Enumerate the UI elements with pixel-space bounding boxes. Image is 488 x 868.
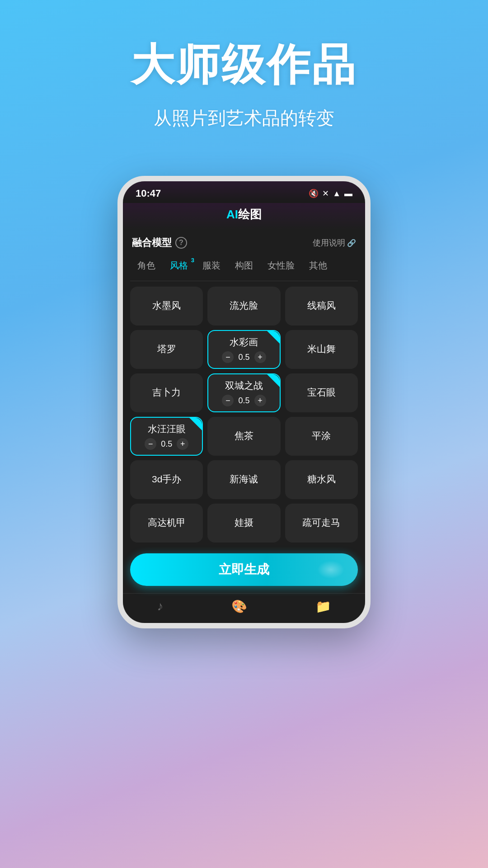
style-card-16[interactable]: 娃摄: [207, 504, 280, 542]
usage-link[interactable]: 使用说明 🔗: [313, 237, 356, 248]
style-name-3: 塔罗: [157, 343, 176, 355]
generate-bar: 立即生成: [123, 548, 365, 593]
style-name-1: 流光脸: [230, 299, 258, 312]
draw-label: 绘图: [238, 208, 262, 221]
wifi-icon: ▲: [333, 189, 341, 198]
style-name-11: 平涂: [312, 429, 331, 442]
style-grid: 水墨风流光脸线稿风塔罗 水彩画 − 0.5 + 米山舞吉卜力 双城之战 − 0.…: [130, 281, 358, 548]
tab-character[interactable]: 角色: [130, 256, 163, 275]
link-icon: 🔗: [347, 239, 356, 247]
tab-composition[interactable]: 构图: [228, 256, 260, 275]
style-name-12: 3d手办: [152, 473, 181, 486]
style-controls-9: − 0.5 +: [145, 438, 188, 450]
style-name-15: 高达机甲: [148, 516, 186, 529]
status-icons: 🔇 ✕ ▲ ▬: [309, 189, 352, 198]
mute-icon: 🔇: [309, 189, 319, 198]
style-name-9: 水汪汪眼: [148, 423, 186, 435]
help-icon[interactable]: ?: [175, 237, 187, 249]
style-card-7[interactable]: 双城之战 − 0.5 +: [207, 373, 280, 412]
hero-subtitle: 从照片到艺术品的转变: [18, 106, 470, 131]
style-decrease-7[interactable]: −: [222, 395, 234, 406]
generate-label: 立即生成: [219, 561, 269, 578]
style-increase-9[interactable]: +: [177, 438, 188, 450]
style-decrease-4[interactable]: −: [222, 351, 234, 363]
style-controls-4: − 0.5 +: [222, 351, 266, 363]
style-card-14[interactable]: 糖水风: [285, 460, 358, 499]
app-header: AI绘图: [123, 203, 365, 230]
style-name-16: 娃摄: [235, 516, 253, 529]
style-name-5: 米山舞: [307, 343, 336, 355]
category-tabs: 角色 风格 3 服装 构图 女性脸 其他: [130, 254, 358, 281]
phone-wrapper: 10:47 🔇 ✕ ▲ ▬ AI绘图 融合模型 ? 使: [0, 176, 488, 656]
nav-folder[interactable]: 📁: [315, 599, 331, 614]
music-icon: ♪: [157, 599, 163, 613]
style-name-13: 新海诚: [230, 473, 258, 486]
battery-icon: ▬: [344, 189, 352, 198]
style-value-7: 0.5: [238, 396, 249, 406]
tab-style[interactable]: 风格 3: [163, 256, 195, 275]
usage-label: 使用说明: [313, 237, 345, 248]
style-card-3[interactable]: 塔罗: [130, 330, 203, 369]
nav-music[interactable]: ♪: [157, 599, 163, 614]
style-card-15[interactable]: 高达机甲: [130, 504, 203, 542]
style-name-8: 宝石眼: [307, 386, 336, 399]
style-increase-4[interactable]: +: [254, 351, 266, 363]
model-row: 融合模型 ? 使用说明 🔗: [130, 230, 358, 254]
model-label-text: 融合模型: [132, 236, 172, 250]
style-name-10: 焦茶: [235, 429, 253, 442]
style-value-9: 0.5: [161, 439, 172, 449]
style-card-4[interactable]: 水彩画 − 0.5 +: [207, 330, 280, 369]
style-controls-7: − 0.5 +: [222, 395, 266, 406]
tab-other[interactable]: 其他: [302, 256, 334, 275]
style-card-17[interactable]: 疏可走马: [285, 504, 358, 542]
hero-title: 大师级作品: [18, 36, 470, 95]
style-card-13[interactable]: 新海诚: [207, 460, 280, 499]
nav-palette[interactable]: 🎨: [231, 599, 247, 614]
style-card-1[interactable]: 流光脸: [207, 287, 280, 326]
tab-female-face[interactable]: 女性脸: [260, 256, 302, 275]
generate-button[interactable]: 立即生成: [130, 553, 358, 586]
style-decrease-9[interactable]: −: [145, 438, 156, 450]
style-name-7: 双城之战: [225, 379, 263, 392]
style-card-9[interactable]: 水汪汪眼 − 0.5 +: [130, 417, 203, 456]
style-card-0[interactable]: 水墨风: [130, 287, 203, 326]
style-name-2: 线稿风: [307, 299, 336, 312]
style-card-8[interactable]: 宝石眼: [285, 373, 358, 412]
style-name-14: 糖水风: [307, 473, 336, 486]
app-content: 融合模型 ? 使用说明 🔗 角色 风格 3 服装: [123, 230, 365, 548]
palette-icon: 🎨: [231, 599, 247, 614]
style-card-11[interactable]: 平涂: [285, 417, 358, 456]
model-label-group: 融合模型 ?: [132, 236, 187, 250]
style-name-17: 疏可走马: [302, 516, 340, 529]
style-name-0: 水墨风: [152, 299, 181, 312]
style-value-4: 0.5: [238, 353, 249, 362]
app-title: AI绘图: [226, 208, 262, 221]
hero-section: 大师级作品 从照片到艺术品的转变: [0, 0, 488, 149]
style-increase-7[interactable]: +: [254, 395, 266, 406]
style-card-2[interactable]: 线稿风: [285, 287, 358, 326]
ai-label: AI: [226, 208, 238, 221]
tab-clothing[interactable]: 服装: [195, 256, 228, 275]
style-card-10[interactable]: 焦茶: [207, 417, 280, 456]
style-name-6: 吉卜力: [152, 386, 181, 399]
style-card-6[interactable]: 吉卜力: [130, 373, 203, 412]
folder-icon: 📁: [315, 599, 331, 614]
status-bar: 10:47 🔇 ✕ ▲ ▬: [123, 181, 365, 203]
phone-mockup: 10:47 🔇 ✕ ▲ ▬ AI绘图 融合模型 ? 使: [117, 176, 371, 628]
style-card-5[interactable]: 米山舞: [285, 330, 358, 369]
bottom-nav: ♪ 🎨 📁: [123, 593, 365, 623]
style-name-4: 水彩画: [230, 336, 258, 349]
tab-style-badge: 3: [191, 257, 194, 264]
style-card-12[interactable]: 3d手办: [130, 460, 203, 499]
signal-block-icon: ✕: [322, 189, 329, 198]
status-time: 10:47: [136, 188, 161, 199]
